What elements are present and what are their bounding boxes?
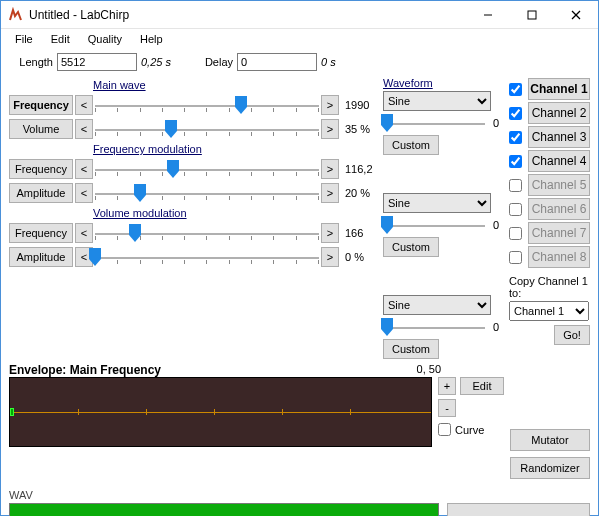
param-volume-button[interactable]: Volume <box>9 119 73 139</box>
waveform-column: Waveform Sine 0 Custom Sine 0 Custom <box>383 77 503 359</box>
maximize-button[interactable] <box>510 1 554 29</box>
waveform-select-1[interactable]: Sine <box>383 193 491 213</box>
param-volume-slider[interactable] <box>95 119 319 139</box>
param-vm_freq: Frequency < > 166 <box>9 221 377 245</box>
env-plus-button[interactable]: + <box>438 377 456 395</box>
copy-target-select[interactable]: Channel 1 <box>509 301 589 321</box>
channel-3-checkbox[interactable] <box>509 131 522 144</box>
waveform-slider-0[interactable] <box>383 116 485 130</box>
waveform-select-0[interactable]: Sine <box>383 91 491 111</box>
envelope-title: Envelope: Main Frequency <box>9 363 161 377</box>
param-fm_freq-inc[interactable]: > <box>321 159 339 179</box>
menu-edit[interactable]: Edit <box>43 31 78 47</box>
env-curve-label: Curve <box>455 424 484 436</box>
window-controls <box>466 1 598 28</box>
menu-help[interactable]: Help <box>132 31 171 47</box>
param-vm_freq-dec[interactable]: < <box>75 223 93 243</box>
param-fm_amp-dec[interactable]: < <box>75 183 93 203</box>
section-main-wave: Main wave <box>93 79 377 91</box>
param-vm_freq-slider[interactable] <box>95 223 319 243</box>
waveform-select-2[interactable]: Sine <box>383 295 491 315</box>
param-volume-inc[interactable]: > <box>321 119 339 139</box>
param-fm_amp-slider[interactable] <box>95 183 319 203</box>
channel-4-checkbox[interactable] <box>509 155 522 168</box>
envelope-canvas[interactable] <box>9 377 432 447</box>
waveform-value-0: 0 <box>489 117 503 129</box>
channel-1-button[interactable]: Channel 1 <box>528 78 590 100</box>
channel-7-checkbox[interactable] <box>509 227 522 240</box>
param-fm_amp: Amplitude < > 20 % <box>9 181 377 205</box>
channel-row-6: Channel 6 <box>509 197 590 221</box>
channel-2-checkbox[interactable] <box>509 107 522 120</box>
param-frequency-button[interactable]: Frequency <box>9 95 73 115</box>
channel-6-button[interactable]: Channel 6 <box>528 198 590 220</box>
param-fm_freq-slider[interactable] <box>95 159 319 179</box>
param-volume: Volume < > 35 % <box>9 117 377 141</box>
channel-6-checkbox[interactable] <box>509 203 522 216</box>
param-volume-dec[interactable]: < <box>75 119 93 139</box>
channel-row-2: Channel 2 <box>509 101 590 125</box>
param-fm_amp-value: 20 % <box>341 187 377 199</box>
param-fm_freq-button[interactable]: Frequency <box>9 159 73 179</box>
channel-5-checkbox[interactable] <box>509 179 522 192</box>
channel-row-7: Channel 7 <box>509 221 590 245</box>
param-frequency-inc[interactable]: > <box>321 95 339 115</box>
length-input[interactable] <box>57 53 137 71</box>
delay-label: Delay <box>195 56 233 68</box>
length-label: Length <box>9 56 53 68</box>
waveform-value-1: 0 <box>489 219 503 231</box>
close-button[interactable] <box>554 1 598 29</box>
param-vm_freq-button[interactable]: Frequency <box>9 223 73 243</box>
param-vm_amp-button[interactable]: Amplitude <box>9 247 73 267</box>
channel-8-button[interactable]: Channel 8 <box>528 246 590 268</box>
channel-2-button[interactable]: Channel 2 <box>528 102 590 124</box>
param-vm_amp-slider[interactable] <box>95 247 319 267</box>
channel-4-button[interactable]: Channel 4 <box>528 150 590 172</box>
waveform-block-2: Sine 0 Custom <box>383 295 503 359</box>
envelope-header: Envelope: Main Frequency 0, 50 <box>9 363 441 377</box>
content: Length 0,25 s Delay 0 s Main wave Freque… <box>1 49 598 516</box>
waveform-custom-2[interactable]: Custom <box>383 339 439 359</box>
waveform-value-2: 0 <box>489 321 503 333</box>
delay-input[interactable] <box>237 53 317 71</box>
params-column: Main wave Frequency < > 1990 Volume < > … <box>9 77 377 359</box>
channel-5-button[interactable]: Channel 5 <box>528 174 590 196</box>
play-button[interactable]: Play <box>447 503 590 516</box>
channel-7-button[interactable]: Channel 7 <box>528 222 590 244</box>
waveform-slider-2[interactable] <box>383 320 485 334</box>
env-minus-button[interactable]: - <box>438 399 456 417</box>
randomizer-button[interactable]: Randomizer <box>510 457 590 479</box>
channel-8-checkbox[interactable] <box>509 251 522 264</box>
waveform-slider-1[interactable] <box>383 218 485 232</box>
channel-row-1: Channel 1 <box>509 77 590 101</box>
param-frequency-value: 1990 <box>341 99 377 111</box>
env-edit-button[interactable]: Edit <box>460 377 504 395</box>
channel-3-button[interactable]: Channel 3 <box>528 126 590 148</box>
param-vm_freq-inc[interactable]: > <box>321 223 339 243</box>
waveform-custom-0[interactable]: Custom <box>383 135 439 155</box>
waveform-custom-1[interactable]: Custom <box>383 237 439 257</box>
menu-quality[interactable]: Quality <box>80 31 130 47</box>
param-frequency: Frequency < > 1990 <box>9 93 377 117</box>
param-fm_amp-inc[interactable]: > <box>321 183 339 203</box>
param-fm_freq: Frequency < > 116,2 <box>9 157 377 181</box>
param-fm_freq-value: 116,2 <box>341 163 377 175</box>
envelope-handle[interactable] <box>10 408 14 416</box>
param-frequency-dec[interactable]: < <box>75 95 93 115</box>
param-vm_amp-inc[interactable]: > <box>321 247 339 267</box>
waveform-header: Waveform <box>383 77 503 89</box>
param-vm_amp-value: 0 % <box>341 251 377 263</box>
menu-file[interactable]: File <box>7 31 41 47</box>
param-fm_amp-button[interactable]: Amplitude <box>9 183 73 203</box>
env-curve-checkbox[interactable] <box>438 423 451 436</box>
param-fm_freq-dec[interactable]: < <box>75 159 93 179</box>
channel-1-checkbox[interactable] <box>509 83 522 96</box>
top-row: Length 0,25 s Delay 0 s <box>9 53 590 71</box>
channel-row-5: Channel 5 <box>509 173 590 197</box>
mutator-button[interactable]: Mutator <box>510 429 590 451</box>
go-button[interactable]: Go! <box>554 325 590 345</box>
param-frequency-slider[interactable] <box>95 95 319 115</box>
minimize-button[interactable] <box>466 1 510 29</box>
channel-row-4: Channel 4 <box>509 149 590 173</box>
titlebar: Untitled - LabChirp <box>1 1 598 29</box>
